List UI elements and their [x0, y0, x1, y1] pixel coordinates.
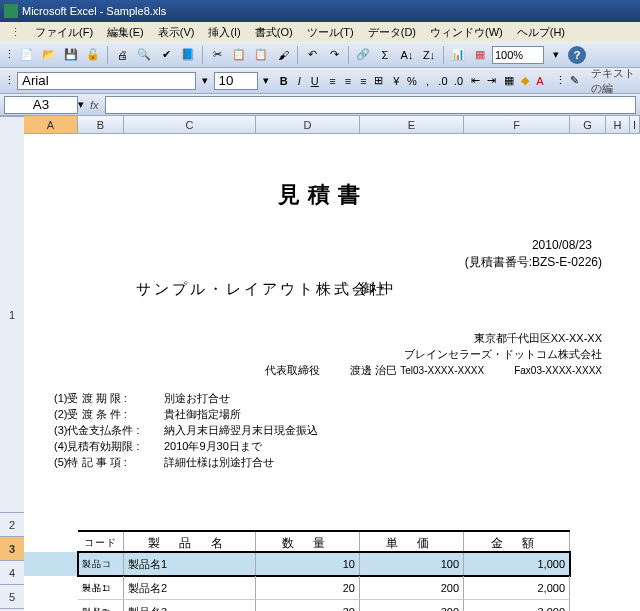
col-price: 単 価	[360, 532, 464, 551]
undo-icon[interactable]: ↶	[302, 45, 322, 65]
menu-insert[interactable]: 挿入(I)	[202, 23, 246, 42]
menu-edit[interactable]: 編集(E)	[101, 23, 150, 42]
toolbar-handle-icon[interactable]: ⋮	[4, 48, 15, 61]
align-center-icon[interactable]: ≡	[341, 71, 355, 91]
row-header-selected[interactable]: 3	[0, 537, 24, 561]
company-address: 東京都千代田区XX-XX-XX ブレインセラーズ・ドットコム株式会社 代表取締役…	[265, 330, 602, 379]
terms-block: (1)受 渡 期 限 :別途お打合せ (2)受 渡 条 件 :貴社御指定場所 (…	[54, 390, 318, 470]
table-header-row[interactable]: コード 製 品 名 数 量 単 価 金 額	[78, 530, 570, 552]
sort-asc-icon[interactable]: A↓	[397, 45, 417, 65]
currency-icon[interactable]: ¥	[390, 71, 404, 91]
sort-desc-icon[interactable]: Z↓	[419, 45, 439, 65]
term-label: (2)受 渡 条 件 :	[54, 406, 164, 422]
menu-file[interactable]: ファイル(F)	[29, 23, 99, 42]
dropdown-icon[interactable]: ▾	[78, 98, 84, 111]
research-icon[interactable]: 📘	[178, 45, 198, 65]
menu-tools[interactable]: ツール(T)	[301, 23, 360, 42]
column-header[interactable]: F	[464, 116, 570, 133]
cell-price: 300	[360, 600, 464, 611]
term-value: 別途お打合せ	[164, 390, 230, 406]
column-header[interactable]: H	[606, 116, 630, 133]
autosum-icon[interactable]: Σ	[375, 45, 395, 65]
cell-qty: 30	[256, 600, 360, 611]
name-box[interactable]	[4, 96, 78, 114]
save-icon[interactable]: 💾	[61, 45, 81, 65]
toolbar-handle-icon[interactable]: ⋮	[555, 74, 566, 87]
merge-icon[interactable]: ⊞	[372, 71, 386, 91]
menu-view[interactable]: 表示(V)	[152, 23, 201, 42]
term-label: (3)代金支払条件 :	[54, 422, 164, 438]
help-icon[interactable]: ?	[568, 46, 586, 64]
fx-icon[interactable]: fx	[90, 99, 99, 111]
column-header[interactable]: G	[570, 116, 606, 133]
row-header[interactable]: 1	[0, 117, 24, 513]
edit-text-icon[interactable]: ✎	[568, 71, 582, 91]
increase-indent-icon[interactable]: ⇥	[485, 71, 499, 91]
menu-format[interactable]: 書式(O)	[249, 23, 299, 42]
fill-color-icon[interactable]: ◆	[518, 71, 532, 91]
app-title: Microsoft Excel - Sample8.xls	[22, 5, 166, 17]
chart-icon[interactable]: 📊	[448, 45, 468, 65]
table-row[interactable]: 製品コード1製品名1101001,000	[78, 552, 570, 576]
quote-number: (見積書番号:BZS-E-0226)	[465, 254, 602, 271]
column-header[interactable]: I	[630, 116, 640, 133]
dropdown-icon[interactable]: ▾	[198, 71, 212, 91]
italic-icon[interactable]: I	[293, 71, 307, 91]
table-row[interactable]: 製品コード2製品名2202002,000	[78, 576, 570, 600]
font-name-input[interactable]	[17, 72, 196, 90]
menu-handle-icon[interactable]: ⋮	[4, 24, 27, 41]
row-header[interactable]: 2	[0, 513, 24, 537]
hyperlink-icon[interactable]: 🔗	[353, 45, 373, 65]
menu-window[interactable]: ウィンドウ(W)	[424, 23, 509, 42]
increase-decimal-icon[interactable]: .0	[436, 71, 450, 91]
term-value: 詳細仕様は別途打合せ	[164, 454, 274, 470]
row-header[interactable]: 4	[0, 561, 24, 585]
decrease-decimal-icon[interactable]: .0	[452, 71, 466, 91]
row-header[interactable]: 5	[0, 585, 24, 609]
redo-icon[interactable]: ↷	[324, 45, 344, 65]
column-header[interactable]: B	[78, 116, 124, 133]
align-left-icon[interactable]: ≡	[326, 71, 340, 91]
copy-icon[interactable]: 📋	[229, 45, 249, 65]
cell-price: 200	[360, 576, 464, 599]
zoom-input[interactable]	[492, 46, 544, 64]
drawing-icon[interactable]: ▦	[470, 45, 490, 65]
row-headers: 1 2 3 4 5 6 7	[0, 117, 24, 611]
bold-icon[interactable]: B	[277, 71, 291, 91]
tel: Tel03-XXXX-XXXX	[400, 363, 484, 379]
menu-help[interactable]: ヘルプ(H)	[511, 23, 571, 42]
cell-name: 製品名1	[124, 552, 256, 575]
formula-bar[interactable]	[105, 96, 636, 114]
permission-icon[interactable]: 🔓	[83, 45, 103, 65]
paste-icon[interactable]: 📋	[251, 45, 271, 65]
taskpane-label: テキストの編	[583, 66, 636, 96]
term-label: (4)見積有効期限 :	[54, 438, 164, 454]
doc-title: 見積書	[24, 180, 622, 210]
toolbar-handle-icon[interactable]: ⋮	[4, 74, 15, 87]
print-preview-icon[interactable]: 🔍	[134, 45, 154, 65]
format-painter-icon[interactable]: 🖌	[273, 45, 293, 65]
font-color-icon[interactable]: A	[533, 71, 547, 91]
column-header[interactable]: D	[256, 116, 360, 133]
menu-data[interactable]: データ(D)	[362, 23, 422, 42]
borders-icon[interactable]: ▦	[502, 71, 516, 91]
dropdown-icon[interactable]: ▾	[260, 71, 274, 91]
font-size-input[interactable]	[214, 72, 258, 90]
table-row[interactable]: 製品コード3製品名3303003,000	[78, 600, 570, 611]
print-icon[interactable]: 🖨	[112, 45, 132, 65]
column-header[interactable]: C	[124, 116, 256, 133]
new-icon[interactable]: 📄	[17, 45, 37, 65]
decrease-indent-icon[interactable]: ⇤	[469, 71, 483, 91]
align-right-icon[interactable]: ≡	[357, 71, 371, 91]
underline-icon[interactable]: U	[308, 71, 322, 91]
percent-icon[interactable]: %	[405, 71, 419, 91]
cut-icon[interactable]: ✂	[207, 45, 227, 65]
spellcheck-icon[interactable]: ✔	[156, 45, 176, 65]
open-icon[interactable]: 📂	[39, 45, 59, 65]
document-row-1[interactable]: 見積書 2010/08/23 (見積書番号:BZS-E-0226) サンプル・レ…	[24, 134, 622, 530]
comma-icon[interactable]: ,	[421, 71, 435, 91]
column-header-selected[interactable]: A	[24, 116, 78, 133]
term-value: 貴社御指定場所	[164, 406, 241, 422]
zoom-dropdown-icon[interactable]: ▾	[546, 45, 566, 65]
column-header[interactable]: E	[360, 116, 464, 133]
